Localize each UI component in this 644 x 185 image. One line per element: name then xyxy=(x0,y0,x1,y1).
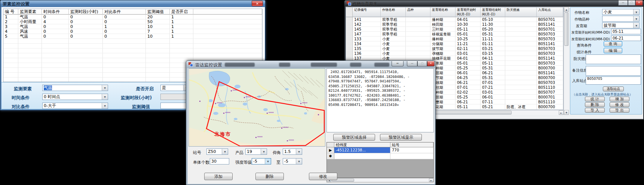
table-row[interactable]: 135小麦拔节期02-1103-21B050703 xyxy=(346,46,563,51)
station-number-combo[interactable]: Z50 ▼ xyxy=(206,148,228,155)
table-row[interactable]: ✱ xyxy=(327,153,433,159)
minimize-button[interactable]: — xyxy=(407,61,417,66)
start-time-field[interactable]: 05-11 xyxy=(611,29,641,34)
chevron-down-icon[interactable]: ▼ xyxy=(265,159,271,164)
table-row[interactable] xyxy=(3,44,262,48)
chevron-down-icon[interactable]: ▼ xyxy=(296,149,302,154)
table-row[interactable]: 142双季早稻秧田期10-3011-30B051141 xyxy=(346,22,563,27)
chevron-down-icon[interactable]: ▼ xyxy=(102,103,108,109)
table-row[interactable]: 3气温001101 xyxy=(3,24,262,29)
resize-button[interactable]: ⇔ xyxy=(392,61,404,66)
threshold-field[interactable] xyxy=(160,103,190,109)
chevron-down-icon[interactable]: ▼ xyxy=(222,149,228,154)
stat-button[interactable]: 统 计 xyxy=(585,97,605,101)
radar-window-titlebar[interactable]: 雷达监控设置 ⇔ — ▢ ✕ xyxy=(186,61,435,68)
delete-record-button[interactable]: 删 除 xyxy=(585,102,605,107)
import-button[interactable]: 导 入 xyxy=(585,108,605,113)
vscroll-thumb[interactable] xyxy=(564,12,568,46)
map-view[interactable]: 北海市 xyxy=(188,68,325,147)
chevron-down-icon[interactable]: ▼ xyxy=(633,23,639,28)
pick-station-button[interactable]: 选取站点 xyxy=(603,87,624,91)
edit-button[interactable]: 编 辑 xyxy=(604,48,622,53)
scroll-up-icon[interactable]: ▲ xyxy=(564,7,569,12)
element-combo[interactable]: 气温 ▼ xyxy=(42,85,108,91)
table-row[interactable]: 136小麦孕穗期03-0103-15B050703 xyxy=(346,51,563,56)
add-record-button[interactable]: 增 加 xyxy=(610,97,629,101)
end-time-field[interactable]: 06-21 xyxy=(611,35,641,41)
minimize-button[interactable]: — xyxy=(618,0,628,6)
scroll-right-icon[interactable]: ► xyxy=(429,178,433,182)
modify-record-button[interactable]: 修 改 xyxy=(610,102,629,107)
period-combo[interactable]: 拔节期 ▼ xyxy=(602,22,640,28)
table-cell: 双季早稻 xyxy=(381,17,406,22)
table-row[interactable]: 4风速00071 xyxy=(3,29,262,34)
area-grid[interactable]: 经纬度站号▶-45122.12238...770✱ xyxy=(326,142,434,178)
crop-table-vscrollbar[interactable]: ▲ ▼ xyxy=(564,7,569,115)
enabled-combo[interactable]: 是 ▼ xyxy=(160,85,190,91)
crop-window-titlebar[interactable]: 作物生育期库 — ▢ ✕ xyxy=(344,0,644,7)
table-row[interactable]: 133小麦播种期10-2511-11B050703 xyxy=(346,37,563,41)
radar-window-client: 北海市 2492.017203471, 905914.11175410, 634… xyxy=(188,68,435,184)
chevron-down-icon[interactable]: ▼ xyxy=(296,159,302,164)
variety-combo[interactable]: ▼ xyxy=(602,16,640,22)
chevron-down-icon[interactable]: ▼ xyxy=(102,94,108,100)
table-cell xyxy=(406,22,430,27)
compare-condition-label: 对比条件 xyxy=(12,104,30,110)
table-row[interactable] xyxy=(3,48,262,53)
table-cell: 小麦 xyxy=(381,41,406,46)
time-condition-combo[interactable]: 0 时间点 ▼ xyxy=(42,94,108,100)
table-cell xyxy=(193,24,262,29)
export-button[interactable]: 导 出 xyxy=(610,108,629,113)
chevron-down-icon[interactable]: ▼ xyxy=(633,16,639,21)
table-cell: 05-01 xyxy=(456,61,481,66)
table-cell xyxy=(18,48,42,53)
area-grid-hscrollbar[interactable]: ◄ ► xyxy=(326,178,434,182)
close-button[interactable]: ✕ xyxy=(427,61,435,66)
area-show-button[interactable]: 预警区域显示 xyxy=(380,134,422,141)
table-row[interactable] xyxy=(3,39,262,44)
table-row[interactable]: ▶-45122.12238...770 xyxy=(327,147,433,153)
table-row[interactable]: 145双季早稻三叶期05-1105-20B050701 xyxy=(346,27,563,32)
table-row[interactable]: 5气温000101 xyxy=(3,34,262,39)
table-cell xyxy=(69,39,103,44)
stat-condition-label: 统计条件 xyxy=(577,50,592,55)
close-button[interactable]: ✕ xyxy=(252,1,263,6)
delete-button[interactable]: 删除 xyxy=(255,173,284,180)
product-combo[interactable]: 19 ▼ xyxy=(245,148,267,155)
table-row[interactable]: 134小麦分蘖期11-2101-11B051141 xyxy=(346,41,563,46)
compare-condition-combo[interactable]: 0-大于 ▼ xyxy=(42,103,108,109)
table-row[interactable]: 1气温000201 xyxy=(3,15,262,19)
query-button[interactable]: 查 询 xyxy=(604,41,622,47)
table-row[interactable]: 147双季早稻移栽返青期05-0105-31B050703 xyxy=(346,32,563,37)
modify-button[interactable]: 修改 xyxy=(309,173,337,180)
maximize-button[interactable]: ▢ xyxy=(628,0,635,6)
chevron-down-icon[interactable]: ▼ xyxy=(261,149,267,154)
table-cell xyxy=(505,80,537,85)
polygon-coordinates-box[interactable]: 2492.017203471, 905914.11175410, 63458.1… xyxy=(326,68,434,132)
remark-textarea[interactable] xyxy=(586,66,641,76)
scroll-down-icon[interactable]: ▼ xyxy=(564,110,569,115)
table-cell xyxy=(505,37,537,41)
period-field[interactable] xyxy=(160,94,190,100)
close-button[interactable]: ✕ xyxy=(635,0,643,6)
table-cell xyxy=(42,58,69,63)
to-combo[interactable]: -5 ▼ xyxy=(283,158,302,164)
cell-count-field[interactable]: 30 xyxy=(210,158,229,164)
chevron-down-icon[interactable]: ▼ xyxy=(102,85,108,91)
chevron-down-icon[interactable]: ▼ xyxy=(633,9,639,15)
maximize-button[interactable]: ▢ xyxy=(417,61,427,66)
table-row[interactable] xyxy=(3,53,262,58)
station-field[interactable]: B050705 xyxy=(586,76,641,85)
table-cell: 1 xyxy=(170,15,193,19)
intensity-combo[interactable]: -5 ▼ xyxy=(252,158,271,164)
elevation-combo[interactable]: 1.5 ▼ xyxy=(283,148,302,155)
add-button[interactable]: 添加 xyxy=(204,173,233,180)
crop-name-combo[interactable]: 小麦 ▼ xyxy=(602,9,640,15)
scroll-right-icon[interactable]: ► xyxy=(559,110,564,115)
area-select-button[interactable]: 预警区域选择 xyxy=(333,134,375,141)
measures-textarea[interactable] xyxy=(586,54,641,64)
monitor-window-titlebar[interactable]: 要素监控设置 xyxy=(0,0,265,7)
table-row[interactable]: 141双季早稻播种期04-0105-10B050701 xyxy=(346,17,563,22)
enabled-label: 是否开启 xyxy=(136,86,154,92)
table-row[interactable]: 2小时雨量400501 xyxy=(3,19,262,24)
